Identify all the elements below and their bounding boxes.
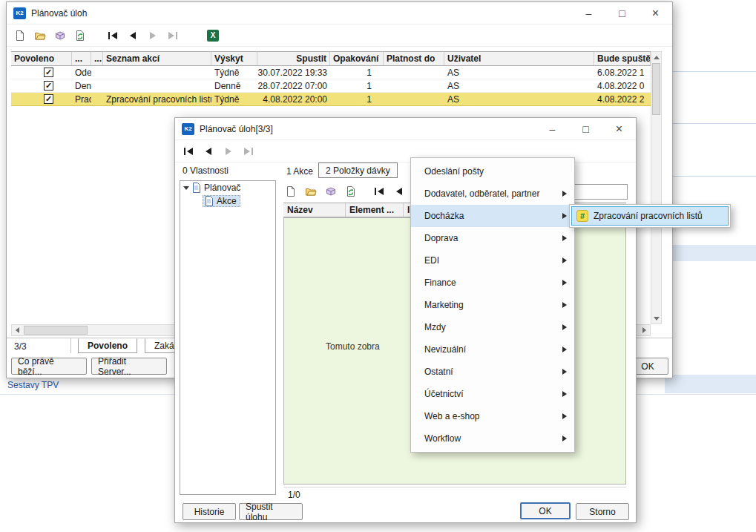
next-record-button[interactable] xyxy=(145,29,160,42)
history-button[interactable]: Historie xyxy=(183,503,236,520)
ok-button[interactable]: OK xyxy=(520,502,571,519)
tab-povoleno[interactable]: Povoleno xyxy=(78,338,137,353)
background-row-stripe xyxy=(665,375,756,393)
column-header-uzivatel[interactable]: Uživatel xyxy=(444,52,594,65)
maximize-button[interactable]: □ xyxy=(605,2,639,24)
cell-uzivatel: AS xyxy=(444,93,594,105)
enabled-checkbox[interactable]: ✓ xyxy=(44,81,53,91)
scroll-down-icon[interactable] xyxy=(651,313,661,324)
run-task-button[interactable]: Spustit úlohu xyxy=(239,503,303,520)
last-record-button[interactable] xyxy=(165,29,180,42)
menu-item-workflow[interactable]: Workflow xyxy=(411,427,574,450)
table-row[interactable]: ✓ Den Denně 28.07.2022 07:00 1 AS 4.08.2… xyxy=(11,79,651,93)
submenu-arrow-icon xyxy=(562,391,567,397)
excel-export-button[interactable]: X xyxy=(207,30,219,42)
menu-item-finance[interactable]: Finance xyxy=(411,272,574,294)
cell-seznam-akci xyxy=(103,66,211,79)
enabled-checkbox[interactable]: ✓ xyxy=(44,68,53,77)
properties-panel-label: 0 Vlastnosti xyxy=(183,165,229,176)
tab-polozky-davky[interactable]: 2 Položky dávky xyxy=(318,162,398,178)
background-row-stripe xyxy=(665,245,756,261)
minimize-button[interactable]: – xyxy=(536,118,569,139)
column-header-povoleno[interactable]: Povoleno xyxy=(11,52,72,65)
chevron-down-icon[interactable] xyxy=(183,186,189,190)
refresh-button[interactable] xyxy=(73,28,88,43)
package-button[interactable] xyxy=(53,28,68,43)
previous-record-button[interactable] xyxy=(392,185,407,198)
submenu-arrow-icon xyxy=(562,235,567,241)
menu-item-ucetnictvi[interactable]: Účetnictví xyxy=(411,383,574,405)
next-record-button[interactable] xyxy=(221,145,236,158)
dialog-title: Plánovač úloh[3/3] xyxy=(200,124,530,134)
package-button[interactable] xyxy=(323,184,338,199)
submenu-item-zpracovani-pracovnich-listu[interactable]: # Zpracování pracovních listů xyxy=(571,206,729,226)
cell-seznam-akci xyxy=(103,79,211,92)
open-button[interactable] xyxy=(33,28,47,43)
column-header-spustit[interactable]: Spustit xyxy=(257,52,330,65)
cancel-button[interactable]: Storno xyxy=(576,503,629,520)
scroll-left-icon[interactable] xyxy=(12,325,23,335)
maximize-button[interactable]: □ xyxy=(569,118,602,139)
menu-item-marketing[interactable]: Marketing xyxy=(411,294,574,316)
cell-seznam-akci: Zpracování pracovních listů xyxy=(103,93,211,105)
column-header-dots1[interactable]: ... xyxy=(72,52,91,65)
enabled-checkbox[interactable]: ✓ xyxy=(44,94,53,104)
assign-server-button[interactable]: Přiřadit Server... xyxy=(91,358,167,375)
menu-item-nevizualni[interactable]: Nevizuální xyxy=(411,338,574,361)
table-row[interactable]: ✓ Ode Týdně 30.07.2022 19:33 1 AS 6.08.2… xyxy=(11,66,651,79)
scrollbar-thumb[interactable] xyxy=(24,326,88,335)
tree-item-akce[interactable]: Akce xyxy=(180,194,275,208)
column-header-vyskyt[interactable]: Výskyt xyxy=(211,52,257,65)
table-row-selected[interactable]: ✓ Prac Zpracování pracovních listů Týdně… xyxy=(11,93,651,106)
menu-item-edi[interactable]: EDI xyxy=(411,249,574,272)
open-button[interactable] xyxy=(303,184,318,199)
submenu-arrow-icon xyxy=(562,324,567,330)
submenu: # Zpracování pracovních listů xyxy=(569,204,731,228)
last-record-button[interactable] xyxy=(241,145,256,158)
running-now-button[interactable]: Co právě běží... xyxy=(11,358,87,375)
refresh-button[interactable] xyxy=(344,184,358,199)
filter-input[interactable] xyxy=(566,184,628,200)
empty-data-message: Tomuto zobra xyxy=(326,341,380,352)
scroll-right-icon[interactable] xyxy=(639,325,650,335)
previous-record-button[interactable] xyxy=(201,145,216,158)
minimize-button[interactable]: – xyxy=(572,2,605,24)
menu-item-odeslani-posty[interactable]: Odeslání pošty xyxy=(411,160,574,183)
scrollbar-thumb[interactable] xyxy=(652,63,660,115)
column-header-opakovani[interactable]: Opakování xyxy=(330,52,384,65)
tree-item-planovac[interactable]: Plánovač xyxy=(180,181,275,194)
previous-record-button[interactable] xyxy=(125,29,140,42)
actions-count-status: 1/0 xyxy=(288,490,300,500)
vertical-scrollbar[interactable] xyxy=(651,51,662,324)
table-header-row: Povoleno ... ... Seznam akcí Výskyt Spus… xyxy=(11,51,651,66)
scroll-up-icon[interactable] xyxy=(651,52,661,62)
background-link-sestavy-tpv[interactable]: Sestavy TPV xyxy=(7,380,59,390)
submenu-arrow-icon xyxy=(562,347,567,352)
menu-item-dochazka[interactable]: Docházka xyxy=(411,205,574,227)
column-header-seznam-akci[interactable]: Seznam akcí xyxy=(103,52,211,65)
new-document-button[interactable] xyxy=(283,184,298,199)
first-record-button[interactable] xyxy=(372,185,387,198)
menu-item-web-a-eshop[interactable]: Web a e-shop xyxy=(411,405,574,427)
column-header-dots2[interactable]: ... xyxy=(91,52,103,65)
column-header-bude-spusteno[interactable]: Bude spuště xyxy=(594,52,651,65)
cell-spustit: 28.07.2022 07:00 xyxy=(257,79,330,92)
main-titlebar[interactable]: K2 Plánovač úloh – □ × xyxy=(7,2,672,24)
tree-panel: Plánovač Akce xyxy=(180,180,276,495)
column-header-nazev[interactable]: Název xyxy=(283,203,346,217)
dialog-titlebar[interactable]: K2 Plánovač úloh[3/3] – □ × xyxy=(175,118,636,140)
menu-item-dodavatel-odberatel-partner[interactable]: Dodavatel, odběratel, partner xyxy=(411,183,574,205)
column-header-platnost-do[interactable]: Platnost do xyxy=(384,52,444,65)
tab-akce[interactable]: 1 Akce xyxy=(286,164,313,179)
cell-platnost-do xyxy=(384,79,444,92)
first-record-button[interactable] xyxy=(181,145,196,158)
column-header-element[interactable]: Element ... xyxy=(346,203,404,217)
menu-item-ostatni[interactable]: Ostatní xyxy=(411,361,574,383)
menu-item-mzdy[interactable]: Mzdy xyxy=(411,316,574,338)
new-document-button[interactable] xyxy=(13,28,27,43)
close-button[interactable]: × xyxy=(639,2,672,24)
first-record-button[interactable] xyxy=(105,29,120,42)
close-button[interactable]: × xyxy=(602,118,636,139)
submenu-arrow-icon xyxy=(562,436,567,441)
menu-item-doprava[interactable]: Doprava xyxy=(411,227,574,249)
